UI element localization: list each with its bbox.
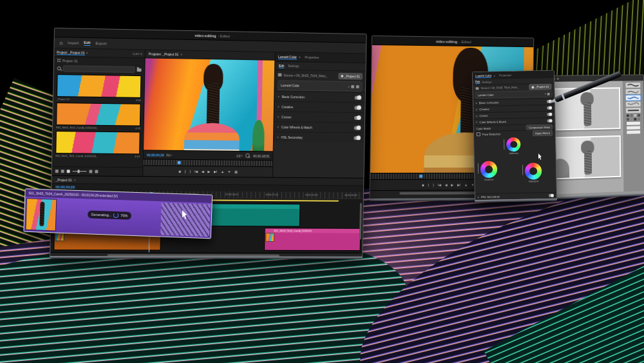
shadows-wheel[interactable]	[480, 161, 498, 179]
close-icon[interactable]: ×	[74, 178, 76, 182]
list-view-icon[interactable]	[61, 170, 64, 173]
tool-icon[interactable]	[638, 114, 640, 117]
tool-icon[interactable]	[627, 118, 629, 121]
mark-in-button[interactable]: {	[428, 183, 430, 187]
reset-icon[interactable]	[356, 85, 359, 88]
mark-out-button[interactable]: }	[189, 170, 191, 173]
playhead-marker[interactable]	[419, 175, 422, 178]
section-toggle[interactable]	[354, 136, 361, 140]
tool-icon[interactable]	[627, 114, 629, 117]
tab-program[interactable]: Program: _Project 01	[149, 52, 178, 57]
section-toggle[interactable]	[354, 126, 361, 130]
lift-button[interactable]: ▲	[221, 170, 224, 173]
brush-preset[interactable]	[626, 83, 641, 88]
storyboard-frame[interactable]: Sc02	[546, 132, 621, 180]
export-frame-button[interactable]: ▦	[234, 170, 238, 173]
close-icon[interactable]: ×	[86, 51, 88, 55]
step-back-button[interactable]: ◀	[202, 170, 204, 173]
layer-thumbnail[interactable]	[627, 122, 640, 125]
brush-preset[interactable]	[626, 101, 641, 106]
tool-icon[interactable]	[634, 114, 636, 117]
tab-properties[interactable]: Properties	[499, 74, 511, 77]
menu-export[interactable]: Export	[95, 41, 106, 45]
play-button[interactable]: ▶	[451, 183, 453, 187]
play-button[interactable]: ▶	[207, 170, 210, 173]
step-forward-button[interactable]: ▶I	[457, 183, 460, 187]
lumetri-section[interactable]: ▸ Creative	[274, 101, 365, 113]
fx-icon[interactable]	[351, 85, 354, 88]
wheel-slider[interactable]	[504, 139, 505, 150]
new-item-icon[interactable]	[89, 170, 92, 173]
tool-icon[interactable]	[638, 118, 640, 121]
timeline-clip-magenta[interactable]: S01_Sh03_Tk04_CamA_2025010	[264, 228, 361, 251]
pen-tool-icon[interactable]	[55, 170, 59, 173]
mark-out-button[interactable]: }	[433, 183, 434, 187]
layer-thumbnail[interactable]	[627, 126, 640, 129]
wheel-slider[interactable]	[478, 163, 478, 173]
horizontal-scrollbar[interactable]	[50, 252, 362, 259]
section-toggle[interactable]	[547, 119, 552, 123]
step-forward-button[interactable]: ▶I	[214, 170, 217, 173]
section-toggle[interactable]	[547, 106, 552, 110]
tab-lumetri-color[interactable]: Lumetri Color	[475, 74, 491, 78]
lumetri-section[interactable]: ▸ Curves	[274, 111, 365, 122]
trash-icon[interactable]	[95, 170, 98, 173]
lumetri-section[interactable]: ▸ Basic Correction	[274, 91, 365, 103]
go-to-in-button[interactable]: I◀	[438, 183, 441, 187]
lumetri-section[interactable]: ▸ Color Wheels & Match	[274, 121, 365, 132]
section-toggle[interactable]	[355, 95, 362, 99]
menu-import[interactable]: Import	[68, 41, 79, 44]
brush-preset[interactable]	[626, 108, 641, 113]
close-icon[interactable]: ×	[493, 74, 495, 77]
zoom-slider[interactable]	[73, 171, 87, 172]
brush-preset[interactable]	[626, 89, 641, 94]
subtab-edit[interactable]: Edit	[279, 63, 284, 68]
tab-project[interactable]: Project: _Project 01	[57, 50, 85, 55]
subtab-edit[interactable]: Edit	[475, 80, 480, 84]
settings-wrench-icon[interactable]	[245, 153, 250, 158]
tool-icon[interactable]	[630, 118, 633, 121]
midtones-wheel[interactable]	[506, 137, 520, 152]
highlights-wheel[interactable]	[525, 162, 542, 180]
subtab-settings[interactable]: Settings	[288, 64, 299, 68]
lumetri-section[interactable]: ▸ HSL Secondary	[274, 132, 365, 142]
target-clip-button[interactable]: _Project 01	[529, 84, 551, 90]
tab-lumetri-truncated[interactable]: Lum	[133, 52, 139, 55]
playhead-marker[interactable]	[177, 161, 180, 164]
playback-resolution-select[interactable]: 1/2 ▾	[236, 153, 243, 157]
brush-preset-selected[interactable]	[626, 95, 641, 101]
tool-icon[interactable]	[634, 118, 636, 121]
step-back-button[interactable]: ◀	[445, 183, 448, 187]
project-item[interactable]: S01_Sh01_Tk01_CamE_20250103_ 3:19	[55, 131, 140, 158]
close-icon[interactable]: ×	[180, 52, 182, 56]
project-item[interactable]: S01_Sh03_Tk04_CamA_20250103_ 4:29	[56, 103, 141, 130]
tool-icon[interactable]	[630, 114, 633, 117]
program-scrubber[interactable]	[144, 159, 273, 166]
add-marker-button[interactable]: ◆	[178, 170, 181, 173]
section-toggle[interactable]	[549, 194, 554, 197]
extract-button[interactable]: ▼	[228, 170, 231, 173]
menu-edit[interactable]: Edit	[84, 41, 90, 46]
mark-in-button[interactable]: {	[185, 170, 186, 173]
section-toggle[interactable]	[354, 115, 361, 119]
thumbnail-view-icon[interactable]	[67, 170, 70, 173]
panel-menu-icon[interactable]: ≡	[140, 52, 142, 55]
close-icon[interactable]: ×	[299, 55, 301, 59]
wheel-slider[interactable]	[522, 165, 523, 175]
preset-dropdown[interactable]: Lumetri Color ▾	[278, 80, 362, 92]
tab-timeline[interactable]: _Project 01	[55, 178, 71, 182]
subtab-settings[interactable]: Settings	[482, 80, 491, 83]
layer-thumbnail[interactable]	[627, 130, 640, 133]
section-toggle[interactable]	[547, 113, 552, 116]
vertical-scrollbar[interactable]	[359, 203, 362, 240]
section-toggle[interactable]	[354, 106, 361, 110]
fx-icon[interactable]	[547, 92, 550, 95]
home-icon[interactable]: ⌂	[59, 40, 62, 46]
face-detection-checkbox[interactable]	[477, 132, 480, 136]
lift-button[interactable]: ▲	[464, 183, 468, 187]
project-search-input[interactable]	[63, 65, 135, 73]
scrollbar-thumb[interactable]	[108, 254, 279, 257]
tab-properties[interactable]: Properties	[305, 55, 319, 59]
grid-view-icon[interactable]	[57, 59, 61, 62]
add-marker-button[interactable]: ◆	[422, 183, 424, 187]
